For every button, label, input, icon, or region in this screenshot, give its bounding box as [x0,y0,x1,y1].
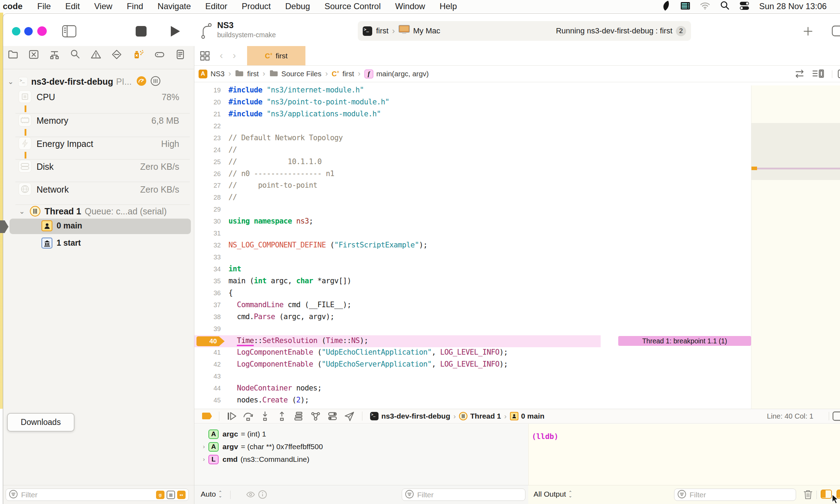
code-line-35[interactable]: 35main (int argc, char *argv[]) [194,276,840,287]
breakpoints-icon[interactable] [111,49,123,62]
menu-view[interactable]: View [94,1,112,11]
line-number[interactable]: 31 [194,230,221,237]
tests-icon[interactable] [154,49,166,62]
line-number[interactable]: 38 [194,313,221,321]
code-line-32[interactable]: 32NS_LOG_COMPONENT_DEFINE ("FirstScriptE… [194,240,840,252]
symbols-icon[interactable] [49,49,60,62]
code-line-27[interactable]: 27// point-to-point [194,180,840,192]
related-items-icon[interactable] [794,69,806,80]
console-filter-field[interactable]: Filter [674,489,796,501]
close-window-button[interactable] [12,27,20,35]
line-number[interactable]: 34 [194,265,221,273]
line-number[interactable]: 21 [194,110,221,118]
menu-help[interactable]: Help [440,1,457,11]
breadcrumb-item[interactable]: Source Files [269,69,322,79]
line-number[interactable]: 20 [194,98,221,106]
library-icon[interactable] [832,25,840,38]
line-number[interactable]: 36 [194,289,221,297]
code-line-33[interactable]: 33 [194,252,840,264]
simulate-location-icon[interactable] [343,411,355,421]
code-line-39[interactable]: 39 [194,323,840,335]
code-line-31[interactable]: 31 [194,228,840,240]
line-number[interactable]: 37 [194,301,221,309]
variables-scope-popup[interactable]: Auto ⌃⌄ [201,490,222,498]
reports-icon[interactable] [174,49,186,62]
tab-first[interactable]: C+ first [247,46,305,65]
code-line-44[interactable]: 44 NodeContainer nodes; [194,383,840,395]
thread-row[interactable]: ⌄ Thread 1 Queue: c...ad (serial) [19,206,167,217]
spotlight-search-icon[interactable] [720,1,730,12]
code-line-20[interactable]: 20#include "ns3/point-to-point-module.h" [194,97,840,109]
control-center-icon[interactable] [739,1,750,12]
project-navigator-icon[interactable] [7,49,19,62]
run-button[interactable] [169,25,181,39]
variables-view[interactable]: A argc = (int) 1 › A argv = (char **) 0x… [194,424,528,485]
menu-edit[interactable]: Edit [65,1,80,11]
code-line-29[interactable]: 29 [194,204,840,216]
find-navigator-icon[interactable] [69,49,81,62]
code-line-45[interactable]: 45 nodes.Create (2); [194,395,840,407]
stat-row-network[interactable]: Network Zero KB/s [0,179,194,200]
disclosure-chevron-icon[interactable]: › [199,443,208,450]
line-number[interactable]: 27 [194,182,221,189]
issues-badge[interactable]: 2 [676,26,686,36]
menu-clock[interactable]: Sun 28 Nov 13:06 [759,1,840,11]
breadcrumb-item[interactable]: fmain(argc, argv) [364,70,429,78]
variable-row-argv[interactable]: › A argv = (char **) 0x7ffeefbff500 [194,441,528,453]
debug-crumb[interactable]: 0 main [510,412,545,420]
clipped-debugbar-icon[interactable] [832,411,840,422]
code-line-40[interactable]: 40 Time::SetResolution (Time::NS); [194,335,601,347]
console-scope-popup[interactable]: All Output ⌃⌄ [534,490,572,498]
active-target[interactable]: first [376,26,388,35]
eye-icon[interactable] [246,490,256,500]
menu-editor[interactable]: Editor [205,1,227,11]
code-line-42[interactable]: 42 LogComponentEnable ("UdpEchoServerApp… [194,359,840,371]
zoom-window-button[interactable] [37,26,47,36]
issues-icon[interactable] [90,49,102,62]
line-number[interactable]: 43 [194,373,221,380]
frame-row-0-main[interactable]: 0 main [41,220,82,231]
variables-panel-toggle-icon[interactable] [821,490,832,499]
line-number[interactable]: 19 [194,86,221,94]
navigator-filter-field[interactable]: Filter ⍶ ▦ ▪▪ [6,489,189,501]
line-number[interactable]: 35 [194,277,221,285]
breakpoint-toggle-icon[interactable]: ▪▪ [177,491,186,499]
code-line-23[interactable]: 23// Default Network Topology [194,133,840,144]
stop-button[interactable] [136,26,147,37]
code-line-26[interactable]: 26// n0 ---------------- n1 [194,168,840,180]
chevron-down-icon[interactable]: ⌄ [19,207,25,215]
code-line-22[interactable]: 22 [194,121,840,133]
stat-row-cpu[interactable]: CPU 78% [0,86,194,107]
code-line-25[interactable]: 25// 10.1.1.0 [194,156,840,168]
stat-row-disk[interactable]: Disk Zero KB/s [0,156,194,177]
minimap[interactable] [751,85,840,409]
wifi-icon[interactable] [700,1,710,11]
debug-crumb[interactable]: Thread 1 [459,412,501,420]
add-editor-icon[interactable] [803,26,813,38]
code-line-41[interactable]: 41 LogComponentEnable ("UdpEchoClientApp… [194,347,840,359]
line-number[interactable]: 28 [194,194,221,201]
toggle-navigator-icon[interactable] [62,25,77,39]
line-number[interactable]: 23 [194,134,221,142]
clipped-header-icon[interactable] [838,69,840,80]
flag-toggle-icon[interactable]: ⍶ [156,491,164,499]
line-number[interactable]: 25 [194,158,221,166]
code-line-21[interactable]: 21#include "ns3/applications-module.h" [194,109,840,121]
menu-product[interactable]: Product [242,1,271,11]
step-into-icon[interactable] [259,411,271,421]
active-destination[interactable]: My Mac [413,26,440,35]
line-number[interactable]: 41 [194,349,221,356]
code-line-38[interactable]: 38 cmd.Parse (argc, argv); [194,311,840,323]
variables-filter-field[interactable]: Filter [402,489,525,501]
source-control-icon[interactable] [28,49,40,62]
line-number[interactable]: 33 [194,253,221,261]
memory-graph-icon[interactable] [310,411,322,421]
breakpoint-marker[interactable]: 40 [196,336,225,346]
line-number[interactable]: 30 [194,218,221,225]
scheme-destination-pill[interactable]: >_ first › My Mac Running ns3-dev-first-… [358,21,691,41]
menu-navigate[interactable]: Navigate [157,1,191,11]
stat-row-energy[interactable]: Energy Impact High [0,133,194,154]
continue-icon[interactable] [226,411,237,421]
variable-row-argc[interactable]: A argc = (int) 1 [194,428,528,440]
menu-window[interactable]: Window [395,1,425,11]
